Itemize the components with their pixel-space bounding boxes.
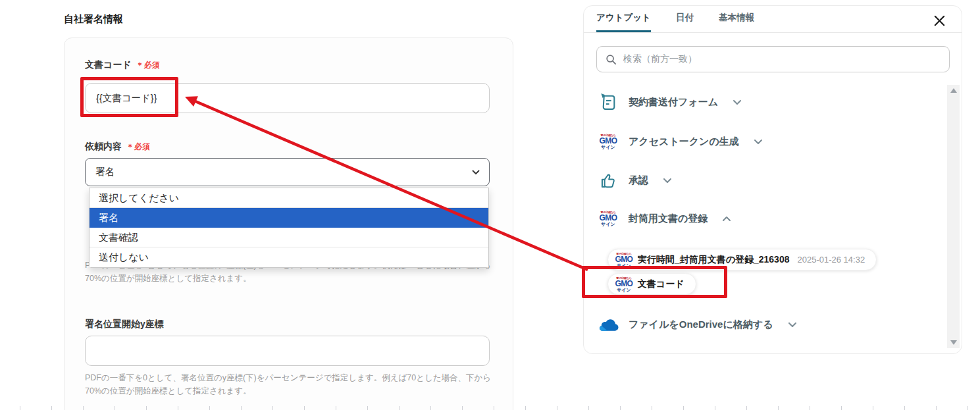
canvas-ruler-ticks	[20, 406, 980, 410]
scroll-up-icon[interactable]	[950, 88, 957, 93]
search-placeholder: 検索（前方一致）	[623, 53, 697, 65]
tabs-divider	[584, 32, 962, 33]
gmo-wordmark: GMO	[597, 214, 619, 222]
doc-code-label-row: 文書コード ＊必須	[85, 59, 160, 71]
chevron-down-icon[interactable]	[663, 178, 672, 184]
helper-line: 70%の位置が開始座標として指定されます。	[85, 274, 251, 283]
gmosign-logo: 電子印鑑ならGMOサイン	[596, 134, 620, 149]
gmosign-logo: 電子印鑑ならGMOサイン	[596, 211, 620, 226]
doc-code-label: 文書コード	[85, 59, 132, 71]
output-panel: アウトプット 日付 基本情報 検索（前方一致） 契約書送付フォーム	[583, 5, 962, 354]
thumbs-up-icon	[596, 172, 620, 190]
panel-tabs: アウトプット 日付 基本情報	[596, 6, 754, 33]
highlight-box-doc-code-input	[80, 77, 178, 117]
list-item-contract-send-form[interactable]: 契約書送付フォーム	[596, 88, 742, 116]
option-do-not-send[interactable]: 送付しない	[90, 247, 488, 267]
gmo-wordmark: GMO	[597, 137, 619, 145]
chevron-down-icon[interactable]	[754, 139, 763, 145]
list-item-label: アクセストークンの生成	[629, 136, 739, 148]
chevron-up-icon[interactable]	[722, 216, 731, 222]
y-coordinate-label: 署名位置開始y座標	[85, 319, 164, 330]
required-badge: ＊必須	[136, 60, 160, 71]
option-document-check[interactable]: 文書確認	[90, 228, 488, 247]
required-badge: ＊必須	[126, 141, 150, 153]
variable-label: 実行時間_封筒用文書の登録_216308	[638, 254, 790, 266]
highlight-box-doc-code-variable	[582, 266, 727, 298]
chevron-down-icon	[472, 170, 480, 175]
option-placeholder[interactable]: 選択してください	[90, 188, 488, 208]
list-item-label: ファイルをOneDriveに格納する	[629, 319, 773, 331]
list-item-store-file-onedrive[interactable]: ファイルをOneDriveに格納する	[596, 310, 797, 339]
request-select[interactable]: 署名	[85, 158, 490, 186]
list-item-access-token[interactable]: 電子印鑑ならGMOサイン アクセストークンの生成	[596, 127, 763, 156]
onedrive-icon	[596, 318, 620, 332]
gmo-tagline: 電子印鑑なら	[599, 134, 618, 136]
chevron-down-icon[interactable]	[788, 322, 797, 328]
option-signature[interactable]: 署名	[90, 208, 488, 228]
helper-line: PDFの一番下を0として、署名位置のy座標(下)をパーセンテージで指定します。例…	[85, 373, 491, 382]
gmo-sub: サイン	[597, 222, 619, 226]
tab-date[interactable]: 日付	[676, 12, 694, 33]
search-icon	[606, 54, 617, 65]
list-item-label: 契約書送付フォーム	[629, 96, 718, 109]
tab-output[interactable]: アウトプット	[596, 12, 651, 33]
scrollbar[interactable]	[947, 85, 960, 348]
close-icon[interactable]	[931, 13, 947, 28]
request-options-list: 選択してください 署名 文書確認 送付しない	[89, 188, 489, 268]
request-selected-value: 署名	[95, 166, 115, 178]
y-coordinate-helper-text: PDFの一番下を0として、署名位置のy座標(下)をパーセンテージで指定します。例…	[85, 371, 502, 397]
gmo-tagline: 電子印鑑なら	[616, 252, 632, 255]
helper-line: 70%の位置が開始座標として指定されます。	[85, 386, 251, 396]
gmo-tagline: 電子印鑑なら	[599, 211, 618, 213]
chevron-down-icon[interactable]	[733, 99, 742, 105]
scroll-down-icon[interactable]	[950, 340, 957, 345]
form-icon	[596, 93, 620, 112]
y-coordinate-input[interactable]	[85, 336, 490, 366]
gmo-wordmark: GMO	[615, 255, 633, 263]
gmo-sub: サイン	[597, 145, 619, 149]
tab-basic-info[interactable]: 基本情報	[719, 12, 754, 33]
list-item-envelope-document-registration[interactable]: 電子印鑑ならGMOサイン 封筒用文書の登録	[596, 204, 731, 233]
search-input[interactable]: 検索（前方一致）	[596, 46, 950, 72]
list-item-approval[interactable]: 承認	[596, 166, 672, 195]
list-item-label: 承認	[629, 174, 648, 187]
workflow-editor: 自社署名情報 文書コード ＊必須 {{文書コード}} 依頼内容 ＊必須 署名 P…	[0, 0, 980, 410]
request-label: 依頼内容	[85, 141, 122, 153]
list-item-label: 封筒用文書の登録	[629, 213, 708, 225]
request-label-row: 依頼内容 ＊必須	[85, 141, 150, 153]
variable-timestamp: 2025-01-26 14:32	[797, 255, 865, 265]
section-title: 自社署名情報	[64, 13, 123, 26]
y-coordinate-label-row: 署名位置開始y座標	[85, 319, 164, 330]
